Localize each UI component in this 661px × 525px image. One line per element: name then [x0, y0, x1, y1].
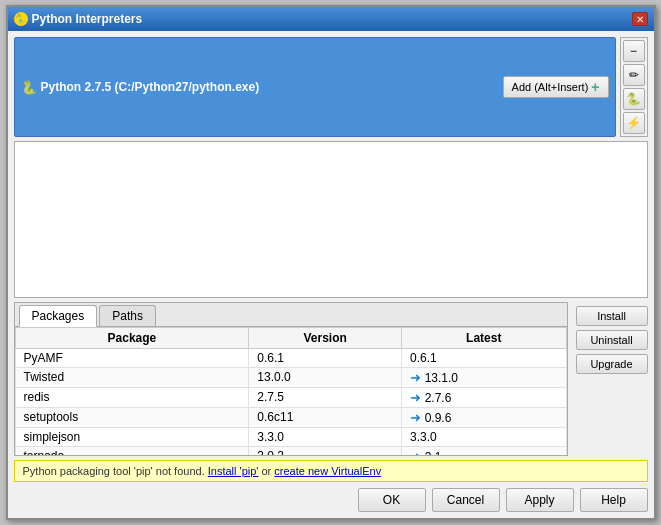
table-row[interactable]: simplejson3.3.03.3.0 — [15, 427, 566, 446]
packages-table-container: Package Version Latest PyAMF0.6.10.6.1Tw… — [15, 327, 567, 456]
package-name: tornado — [15, 446, 249, 455]
filter-button[interactable]: ⚡ — [623, 112, 645, 134]
update-arrow-icon: ➜ — [410, 370, 425, 385]
install-pip-link[interactable]: Install 'pip' — [208, 465, 259, 477]
window-title: Python Interpreters — [32, 12, 143, 26]
package-version: 3.0.2 — [249, 446, 402, 455]
action-buttons: Install Uninstall Upgrade — [572, 302, 648, 457]
package-latest: ➜ 13.1.0 — [402, 367, 566, 387]
cancel-button[interactable]: Cancel — [432, 488, 500, 512]
packages-table: Package Version Latest PyAMF0.6.10.6.1Tw… — [15, 327, 567, 456]
table-row[interactable]: redis2.7.5➜ 2.7.6 — [15, 387, 566, 407]
tabs-and-actions: Packages Paths Package Version Latest — [14, 302, 648, 457]
add-interpreter-button[interactable]: Add (Alt+Insert) + — [503, 76, 609, 98]
top-section: 🐍 Python 2.7.5 (C:/Python27/python.exe) … — [14, 37, 648, 137]
package-version: 13.0.0 — [249, 367, 402, 387]
add-button-label: Add (Alt+Insert) — [512, 81, 589, 93]
col-package: Package — [15, 327, 249, 348]
interpreter-bar: 🐍 Python 2.7.5 (C:/Python27/python.exe) … — [14, 37, 616, 137]
package-name: setuptools — [15, 407, 249, 427]
package-name: Twisted — [15, 367, 249, 387]
title-bar-controls: ✕ — [632, 12, 648, 26]
warning-text-middle: not found. — [153, 465, 208, 477]
python-interpreters-window: 🐍 Python Interpreters ✕ 🐍 Python 2.7.5 (… — [6, 5, 656, 520]
tab-paths[interactable]: Paths — [99, 305, 156, 326]
close-button[interactable]: ✕ — [632, 12, 648, 26]
package-version: 2.7.5 — [249, 387, 402, 407]
update-arrow-icon: ➜ — [410, 410, 425, 425]
apply-button[interactable]: Apply — [506, 488, 574, 512]
col-version: Version — [249, 327, 402, 348]
side-toolbar: − ✏ 🐍 ⚡ — [620, 37, 648, 137]
warning-bar: Python packaging tool 'pip' not found. I… — [14, 460, 648, 482]
interpreter-icon: 🐍 — [21, 80, 37, 95]
package-latest: ➜ 2.7.6 — [402, 387, 566, 407]
window-icon: 🐍 — [14, 12, 28, 26]
package-version: 0.6.1 — [249, 348, 402, 367]
dialog-buttons: OK Cancel Apply Help — [14, 486, 648, 512]
warning-or: or — [258, 465, 274, 477]
package-latest: 0.6.1 — [402, 348, 566, 367]
package-name: simplejson — [15, 427, 249, 446]
package-latest: ➜ 3.1 — [402, 446, 566, 455]
create-virtualenv-link[interactable]: create new VirtualEnv — [274, 465, 381, 477]
table-row[interactable]: Twisted13.0.0➜ 13.1.0 — [15, 367, 566, 387]
warning-text-before: Python packaging tool — [23, 465, 134, 477]
upgrade-button[interactable]: Upgrade — [576, 354, 648, 374]
ok-button[interactable]: OK — [358, 488, 426, 512]
remove-interpreter-button[interactable]: − — [623, 40, 645, 62]
plus-icon: + — [591, 79, 599, 95]
table-row[interactable]: PyAMF0.6.10.6.1 — [15, 348, 566, 367]
package-latest: 3.3.0 — [402, 427, 566, 446]
tab-bar: Packages Paths — [15, 303, 567, 327]
package-version: 3.3.0 — [249, 427, 402, 446]
install-button[interactable]: Install — [576, 306, 648, 326]
title-bar: 🐍 Python Interpreters ✕ — [8, 7, 654, 31]
interpreter-label: Python 2.7.5 (C:/Python27/python.exe) — [41, 80, 499, 94]
update-arrow-icon: ➜ — [410, 390, 425, 405]
python-interpreter-button[interactable]: 🐍 — [623, 88, 645, 110]
package-latest: ➜ 0.9.6 — [402, 407, 566, 427]
package-name: PyAMF — [15, 348, 249, 367]
window-body: 🐍 Python 2.7.5 (C:/Python27/python.exe) … — [8, 31, 654, 518]
package-name: redis — [15, 387, 249, 407]
warning-pip-quote: 'pip' — [134, 465, 153, 477]
tab-packages[interactable]: Packages — [19, 305, 98, 327]
tabs-panel: Packages Paths Package Version Latest — [14, 302, 568, 457]
table-row[interactable]: tornado3.0.2➜ 3.1 — [15, 446, 566, 455]
help-button[interactable]: Help — [580, 488, 648, 512]
packages-section: Packages Paths Package Version Latest — [14, 302, 648, 457]
col-latest: Latest — [402, 327, 566, 348]
uninstall-button[interactable]: Uninstall — [576, 330, 648, 350]
update-arrow-icon: ➜ — [410, 449, 425, 456]
edit-interpreter-button[interactable]: ✏ — [623, 64, 645, 86]
table-row[interactable]: setuptools0.6c11➜ 0.9.6 — [15, 407, 566, 427]
interpreter-list-panel — [14, 141, 648, 298]
package-version: 0.6c11 — [249, 407, 402, 427]
title-bar-left: 🐍 Python Interpreters — [14, 12, 143, 26]
